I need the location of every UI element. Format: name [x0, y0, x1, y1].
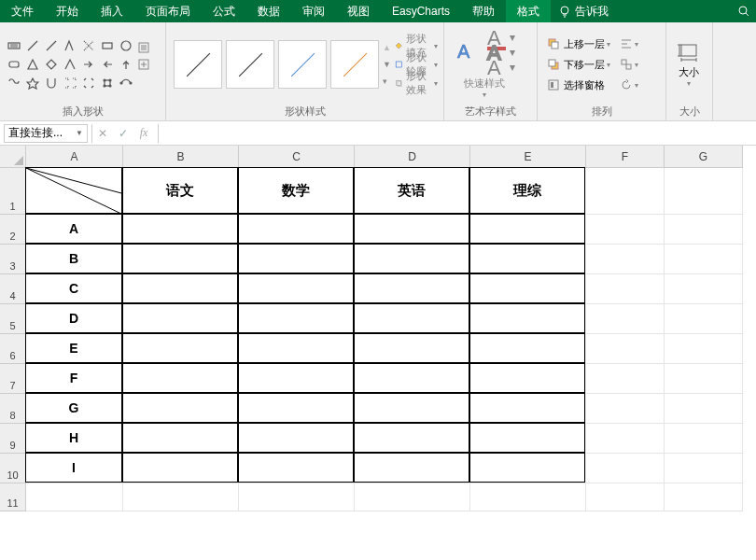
cancel-formula-icon[interactable]: ✕: [92, 124, 113, 143]
cell-D2[interactable]: [354, 214, 469, 244]
cell-B11[interactable]: [123, 483, 239, 511]
group-button[interactable]: [618, 54, 640, 75]
name-box-dropdown-icon[interactable]: ▼: [76, 129, 83, 137]
tell-me-button[interactable]: 告诉我: [551, 4, 616, 20]
cell-B3[interactable]: [122, 244, 238, 273]
cell-B5[interactable]: [122, 303, 238, 333]
col-header-E[interactable]: E: [470, 146, 586, 168]
cell-D4[interactable]: [354, 273, 469, 303]
cell-A9[interactable]: H: [25, 423, 122, 453]
size-button[interactable]: 大小 ▾: [672, 41, 706, 88]
cell-G8[interactable]: [665, 394, 743, 424]
name-box[interactable]: 直接连接... ▼: [4, 124, 88, 143]
col-header-C[interactable]: C: [239, 146, 355, 168]
cell-C11[interactable]: [239, 483, 355, 511]
cell-E3[interactable]: [469, 244, 585, 273]
cell-D9[interactable]: [354, 423, 469, 453]
cell-F3[interactable]: [586, 245, 665, 274]
cell-F11[interactable]: [586, 483, 665, 511]
cell-F2[interactable]: [586, 215, 665, 245]
send-backward-button[interactable]: 下移一层: [543, 54, 614, 75]
tab-插入[interactable]: 插入: [90, 0, 134, 22]
cell-D5[interactable]: [354, 303, 469, 333]
cell-D10[interactable]: [354, 453, 469, 483]
cell-E7[interactable]: [469, 363, 585, 393]
cell-E9[interactable]: [469, 423, 585, 453]
cell-C7[interactable]: [238, 363, 354, 393]
cell-D8[interactable]: [354, 393, 469, 423]
col-header-D[interactable]: D: [355, 146, 470, 168]
cell-G11[interactable]: [665, 483, 743, 511]
cell-E11[interactable]: [470, 483, 586, 511]
cell-G4[interactable]: [665, 274, 743, 304]
col-header-A[interactable]: A: [26, 146, 123, 168]
cell-C8[interactable]: [238, 393, 354, 423]
tab-公式[interactable]: 公式: [202, 0, 246, 22]
row-header-5[interactable]: 5: [0, 304, 26, 334]
cell-F10[interactable]: [586, 454, 665, 483]
cell-C9[interactable]: [238, 423, 354, 453]
shapes-more-icon[interactable]: [138, 56, 149, 73]
style-scroll-up-icon[interactable]: ▲: [383, 39, 391, 56]
tab-视图[interactable]: 视图: [336, 0, 381, 22]
row-header-11[interactable]: 11: [0, 483, 26, 511]
style-more-icon[interactable]: ▾: [383, 73, 391, 90]
cell-G1[interactable]: [665, 168, 743, 215]
row-header-9[interactable]: 9: [0, 424, 26, 454]
row-header-7[interactable]: 7: [0, 364, 26, 394]
cell-E6[interactable]: [469, 333, 585, 363]
row-header-1[interactable]: 1: [0, 168, 26, 215]
select-all-corner[interactable]: [0, 146, 26, 168]
cell-A8[interactable]: G: [25, 393, 122, 423]
cell-E2[interactable]: [469, 214, 585, 244]
cell-A5[interactable]: D: [25, 303, 122, 333]
cell-D3[interactable]: [354, 244, 469, 273]
tab-开始[interactable]: 开始: [45, 0, 90, 22]
quick-styles-button[interactable]: 快速样式: [464, 77, 505, 91]
cell-A7[interactable]: F: [25, 363, 122, 393]
cell-F4[interactable]: [586, 274, 665, 304]
tab-格式[interactable]: 格式: [506, 0, 551, 22]
cell-D7[interactable]: [354, 363, 469, 393]
row-header-8[interactable]: 8: [0, 394, 26, 424]
cell-G5[interactable]: [665, 304, 743, 334]
cell-G9[interactable]: [665, 424, 743, 454]
cell-A1[interactable]: [25, 167, 122, 214]
cell-F8[interactable]: [586, 394, 665, 424]
cell-C2[interactable]: [238, 214, 354, 244]
formula-input[interactable]: [158, 124, 756, 143]
shape-effects-button[interactable]: 形状效果: [395, 74, 438, 92]
cell-G3[interactable]: [665, 245, 743, 274]
col-header-F[interactable]: F: [586, 146, 665, 168]
cell-G10[interactable]: [665, 454, 743, 483]
cell-D6[interactable]: [354, 333, 469, 363]
cell-B8[interactable]: [122, 393, 238, 423]
cell-A3[interactable]: B: [25, 244, 122, 273]
cell-C4[interactable]: [238, 273, 354, 303]
cell-A10[interactable]: I: [25, 453, 122, 483]
cell-G2[interactable]: [665, 215, 743, 245]
cell-C6[interactable]: [238, 333, 354, 363]
cell-F1[interactable]: [586, 168, 665, 215]
tab-文件[interactable]: 文件: [0, 0, 45, 22]
cell-E5[interactable]: [469, 303, 585, 333]
row-header-4[interactable]: 4: [0, 274, 26, 304]
cell-C3[interactable]: [238, 244, 354, 273]
cell-E10[interactable]: [469, 453, 585, 483]
cell-F9[interactable]: [586, 424, 665, 454]
cell-A11[interactable]: [26, 483, 123, 511]
cell-C5[interactable]: [238, 303, 354, 333]
cell-A4[interactable]: C: [25, 273, 122, 303]
col-header-G[interactable]: G: [665, 146, 743, 168]
tab-审阅[interactable]: 审阅: [291, 0, 336, 22]
wordart-effects-icon[interactable]: A▾: [483, 60, 515, 75]
col-header-B[interactable]: B: [123, 146, 239, 168]
tab-数据[interactable]: 数据: [246, 0, 291, 22]
search-icon[interactable]: [732, 5, 756, 18]
tab-帮助[interactable]: 帮助: [461, 0, 506, 22]
line-style-gallery[interactable]: [172, 40, 381, 89]
row-header-6[interactable]: 6: [0, 334, 26, 364]
cell-B1[interactable]: 语文: [122, 167, 238, 214]
row-header-10[interactable]: 10: [0, 454, 26, 483]
cell-G6[interactable]: [665, 334, 743, 364]
